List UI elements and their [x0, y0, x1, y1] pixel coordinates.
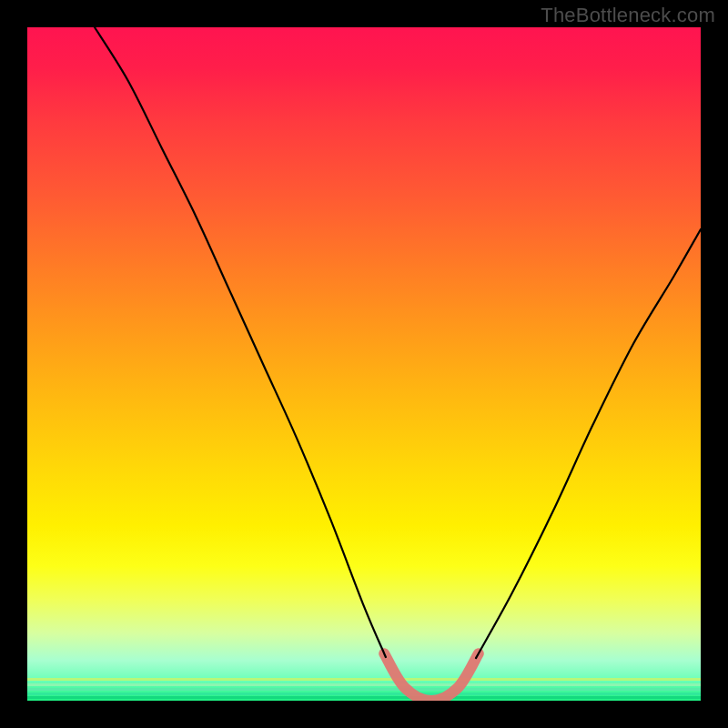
plot-area: [27, 27, 701, 701]
curve-left-branch: [95, 27, 386, 657]
trough-highlight: [384, 653, 479, 701]
watermark-text: TheBottleneck.com: [541, 4, 715, 27]
curve-right-branch: [476, 229, 701, 658]
curve-svg: [27, 27, 701, 701]
chart-frame: TheBottleneck.com: [0, 0, 728, 728]
